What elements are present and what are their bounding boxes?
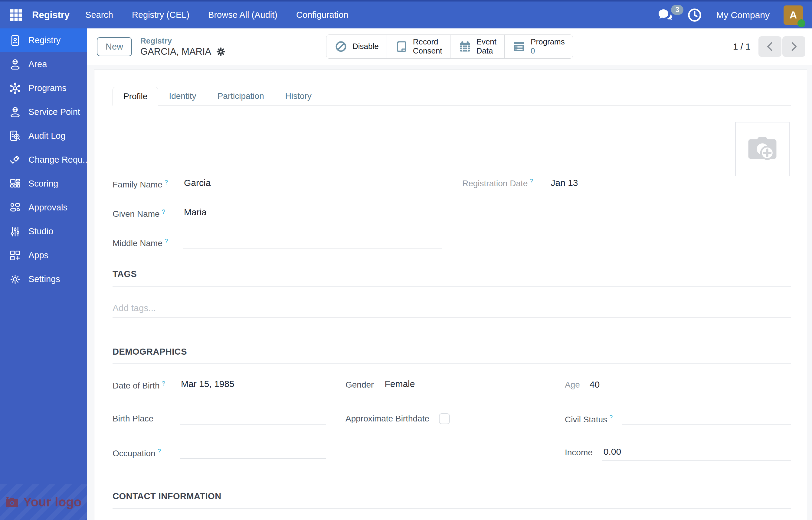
camera-add-photo-icon bbox=[745, 134, 780, 164]
registration-date-value: Jan 13 bbox=[550, 178, 578, 188]
sidebar-item-settings[interactable]: Settings bbox=[0, 267, 87, 291]
sidebar-item-studio[interactable]: Studio bbox=[0, 219, 87, 243]
menu-registry-cel[interactable]: Registry (CEL) bbox=[132, 10, 189, 20]
id-card-icon bbox=[8, 34, 22, 47]
activities-clock-icon[interactable] bbox=[687, 7, 702, 23]
form-tabs: Profile Identity Participation History bbox=[113, 87, 791, 106]
given-name-input[interactable]: Maria bbox=[183, 207, 442, 221]
sidebar-item-area[interactable]: Area bbox=[0, 52, 87, 76]
tags-input[interactable]: Add tags... bbox=[113, 303, 791, 318]
group-in-hand-icon bbox=[8, 105, 22, 119]
middle-name-row: Middle Name? bbox=[113, 236, 791, 249]
help-icon: ? bbox=[157, 448, 161, 454]
sidebar-item-scoring[interactable]: Scoring bbox=[0, 172, 87, 196]
current-app-name[interactable]: Registry bbox=[32, 10, 70, 21]
tab-participation[interactable]: Participation bbox=[207, 87, 275, 105]
menu-configuration[interactable]: Configuration bbox=[296, 10, 348, 20]
event-data-button[interactable]: Event Data bbox=[450, 35, 505, 58]
sidebar-item-label: Change Requ... bbox=[28, 155, 87, 165]
demographics-section: DEMOGRAPHICS Date of Birth? Mar 15, 1985… bbox=[113, 347, 791, 480]
sidebar-item-label: Scoring bbox=[28, 179, 58, 189]
user-avatar[interactable]: A bbox=[784, 5, 803, 25]
main-area: New Registry GARCIA, MARIA bbox=[87, 28, 812, 520]
tab-history[interactable]: History bbox=[275, 87, 322, 105]
stat-button-label: Disable bbox=[352, 42, 379, 51]
middle-name-label: Middle Name? bbox=[113, 236, 183, 248]
civil-status-input[interactable] bbox=[622, 413, 791, 425]
family-name-label: Family Name? bbox=[113, 178, 183, 189]
new-button[interactable]: New bbox=[97, 37, 132, 56]
approximate-birthdate-checkbox[interactable] bbox=[439, 413, 450, 424]
apps-grid-icon[interactable] bbox=[9, 8, 23, 22]
content-area: Profile Identity Participation History bbox=[87, 65, 812, 520]
demographics-column-3: Age 40 Civil Status? Income 0.00 bbox=[565, 379, 791, 480]
sliders-icon bbox=[8, 225, 22, 238]
gender-input[interactable]: Female bbox=[383, 379, 545, 393]
record-consent-button[interactable]: Record Consent bbox=[387, 35, 450, 58]
tags-section-heading: TAGS bbox=[113, 269, 791, 279]
help-icon: ? bbox=[530, 178, 533, 184]
age-label: Age bbox=[565, 379, 580, 390]
sidebar-item-label: Studio bbox=[28, 227, 53, 236]
approximate-birthdate-row: Approximate Birthdate bbox=[345, 413, 545, 446]
actions-gear-button[interactable] bbox=[216, 47, 226, 56]
group-in-hand-icon bbox=[8, 58, 22, 71]
help-icon: ? bbox=[162, 208, 165, 215]
occupation-row: Occupation? bbox=[113, 446, 326, 480]
ban-circle-icon bbox=[334, 40, 348, 53]
sidebar-item-approvals[interactable]: Approvals bbox=[0, 196, 87, 219]
approximate-birthdate-label: Approximate Birthdate bbox=[345, 413, 429, 423]
family-name-row: Family Name? Garcia bbox=[113, 178, 791, 192]
pager-next-button[interactable] bbox=[782, 36, 805, 57]
breadcrumb: Registry GARCIA, MARIA bbox=[140, 36, 226, 57]
change-request-check-icon bbox=[8, 153, 22, 166]
date-of-birth-row: Date of Birth? Mar 15, 1985 bbox=[113, 379, 326, 413]
breadcrumb-registry-link[interactable]: Registry bbox=[140, 36, 226, 46]
section-divider bbox=[113, 508, 791, 509]
programs-count: 0 bbox=[531, 47, 565, 56]
stat-button-group: Disable Record Consent bbox=[326, 34, 573, 59]
middle-name-input[interactable] bbox=[183, 236, 442, 249]
messages-button[interactable]: 3 bbox=[657, 8, 673, 22]
menu-browse-all-audit[interactable]: Browse All (Audit) bbox=[208, 10, 277, 20]
company-name[interactable]: My Company bbox=[716, 10, 770, 20]
pager-previous-button[interactable] bbox=[759, 36, 782, 57]
profile-photo-placeholder[interactable] bbox=[735, 122, 790, 176]
calendar-icon bbox=[458, 40, 472, 53]
sidebar-item-registry[interactable]: Registry bbox=[0, 28, 87, 52]
tab-profile[interactable]: Profile bbox=[113, 87, 158, 106]
online-status-dot bbox=[797, 19, 805, 27]
audit-checklist-icon bbox=[8, 129, 22, 143]
sidebar-item-label: Registry bbox=[28, 35, 60, 45]
occupation-input[interactable] bbox=[180, 446, 326, 459]
sidebar-item-programs[interactable]: Programs bbox=[0, 76, 87, 100]
logo-placeholder-text: Your logo bbox=[23, 495, 82, 510]
help-icon: ? bbox=[165, 179, 168, 186]
demographics-column-2: Gender Female Approximate Birthdate bbox=[345, 379, 545, 480]
hub-network-icon bbox=[8, 82, 22, 95]
approvals-shapes-icon bbox=[8, 201, 22, 214]
messages-count-badge: 3 bbox=[671, 5, 683, 15]
top-menu: Search Registry (CEL) Browse All (Audit)… bbox=[85, 10, 348, 20]
sidebar-item-audit-log[interactable]: Audit Log bbox=[0, 124, 87, 148]
disable-button[interactable]: Disable bbox=[326, 35, 387, 58]
date-of-birth-input[interactable]: Mar 15, 1985 bbox=[180, 379, 326, 393]
programs-button[interactable]: Programs 0 bbox=[504, 35, 573, 58]
occupation-label: Occupation? bbox=[113, 446, 180, 458]
company-logo-placeholder[interactable]: Your logo bbox=[0, 484, 87, 520]
demographics-column-1: Date of Birth? Mar 15, 1985 Birth Place … bbox=[113, 379, 326, 480]
birth-place-input[interactable] bbox=[180, 413, 326, 425]
record-title: GARCIA, MARIA bbox=[140, 46, 211, 57]
demographics-grid: Date of Birth? Mar 15, 1985 Birth Place … bbox=[113, 379, 791, 480]
avatar-letter: A bbox=[790, 9, 797, 21]
sidebar-item-apps[interactable]: Apps bbox=[0, 243, 87, 267]
family-name-input[interactable]: Garcia bbox=[183, 178, 442, 192]
tab-identity[interactable]: Identity bbox=[158, 87, 206, 105]
sidebar-item-change-request[interactable]: Change Requ... bbox=[0, 148, 87, 172]
section-divider bbox=[113, 363, 791, 364]
income-input[interactable]: 0.00 bbox=[602, 446, 791, 461]
section-divider bbox=[113, 286, 791, 287]
menu-search[interactable]: Search bbox=[85, 10, 113, 20]
given-name-row: Given Name? Maria bbox=[113, 207, 791, 221]
sidebar-item-service-point[interactable]: Service Point bbox=[0, 100, 87, 124]
